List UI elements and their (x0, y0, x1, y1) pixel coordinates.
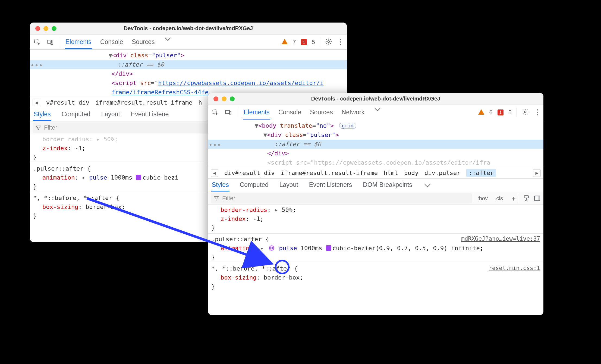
warnings-icon[interactable] (281, 39, 288, 46)
breadcrumb-item[interactable]: div#result_div (224, 170, 275, 176)
more-menu-icon[interactable]: ⋮ (534, 108, 541, 117)
close-window-button[interactable] (35, 26, 40, 31)
minimize-window-button[interactable] (222, 96, 226, 101)
rule-selector-universal[interactable]: *, *::before, *::after { (33, 194, 119, 201)
devtools-window-2: DevTools - codepen.io/web-dot-dev/live/m… (208, 93, 543, 315)
dom-close-div[interactable]: </div> (267, 150, 289, 157)
dom-tree[interactable]: ▼<body translate="no"> grid ▼<div class=… (208, 120, 543, 167)
breadcrumb-prev-icon[interactable]: ◀ (211, 169, 218, 177)
breadcrumb-next-icon[interactable]: ▶ (533, 169, 541, 177)
breadcrumb-item[interactable]: html (384, 170, 398, 176)
subtab-layout[interactable]: Layout (279, 179, 299, 192)
tab-console[interactable]: Console (278, 105, 302, 120)
styles-pane[interactable]: border-radius: ▸ 50%; z-index: -1; } mdR… (208, 205, 543, 293)
dom-close-div[interactable]: </div> (111, 70, 133, 77)
titlebar[interactable]: DevTools - codepen.io/web-dot-dev/live/m… (30, 23, 347, 34)
dom-script-tag[interactable]: <script (111, 80, 140, 86)
animation-name-link[interactable]: pulse (279, 245, 297, 252)
styles-format-icon[interactable] (523, 195, 530, 202)
rule-selector-pulser-after[interactable]: .pulser::after { (211, 236, 269, 243)
dom-open-div[interactable]: <div (267, 131, 285, 138)
subtab-styles[interactable]: Styles (33, 108, 51, 121)
device-toolbar-icon[interactable] (46, 37, 55, 47)
dom-selected-after[interactable]: ••• ::after == $0 (208, 140, 543, 149)
more-menu-icon[interactable]: ⋮ (337, 38, 344, 46)
dom-selected-after[interactable]: ••• ::after == $0 (30, 60, 347, 69)
panel-tabs: Elements Console Sources Network (243, 105, 382, 120)
tab-network[interactable]: Network (341, 105, 365, 120)
subtabs-overflow-icon[interactable] (423, 181, 432, 189)
breadcrumb-item-trunc[interactable]: h (199, 99, 202, 106)
dom-script-url-cont[interactable]: frame/iframeRefreshCSS-44fe (111, 89, 209, 96)
titlebar[interactable]: DevTools - codepen.io/web-dot-dev/live/m… (208, 93, 543, 105)
tab-elements[interactable]: Elements (243, 105, 270, 120)
subtab-computed[interactable]: Computed (61, 108, 91, 121)
bezier-swatch-icon[interactable] (136, 175, 141, 180)
filter-placeholder: Filter (44, 124, 57, 131)
errors-count: 5 (312, 39, 315, 46)
subtab-dom-breakpoints[interactable]: DOM Breakpoints (362, 179, 413, 192)
settings-gear-icon[interactable] (325, 38, 332, 46)
tabs-overflow-icon[interactable] (373, 105, 382, 120)
subtab-event-listeners[interactable]: Event Listene (130, 108, 169, 121)
errors-icon[interactable]: i (498, 109, 504, 115)
rule-source-link[interactable]: reset.min.css:1 (489, 264, 540, 273)
settings-gear-icon[interactable] (522, 108, 529, 117)
dom-script-cut: <script src="https://cpwebassets.codepen… (267, 159, 490, 166)
tab-sources[interactable]: Sources (131, 35, 155, 49)
cls-button[interactable]: .cls (493, 195, 505, 202)
device-toolbar-icon[interactable] (224, 108, 233, 117)
styles-subtabs: Styles Computed Layout Event Listeners D… (208, 179, 543, 192)
subtab-styles[interactable]: Styles (211, 179, 229, 192)
styles-filter-bar: Filter :hov .cls ＋ (208, 192, 543, 205)
gutter-menu-icon[interactable]: ••• (209, 141, 221, 150)
breadcrumb-item[interactable]: v#result_div (46, 99, 89, 106)
bezier-swatch-icon[interactable] (326, 245, 331, 251)
animation-inspector-icon[interactable] (268, 245, 275, 251)
tab-sources[interactable]: Sources (309, 105, 333, 120)
breadcrumb-prev-icon[interactable]: ◀ (33, 99, 40, 106)
animation-name-link[interactable]: pulse (89, 174, 107, 181)
grid-badge[interactable]: grid (339, 123, 356, 129)
zoom-window-button[interactable] (230, 96, 235, 101)
breadcrumb-selected[interactable]: ::after (466, 169, 496, 177)
subtab-event-listeners[interactable]: Event Listeners (309, 179, 353, 192)
subtab-computed[interactable]: Computed (239, 179, 269, 192)
dom-breadcrumb[interactable]: ◀ div#result_div iframe#result.result-if… (208, 167, 543, 179)
window-title: DevTools - codepen.io/web-dot-dev/live/m… (30, 25, 347, 32)
breadcrumb-item[interactable]: iframe#result.result-iframe (95, 99, 193, 106)
shorthand-expand-icon[interactable]: ▸ (275, 206, 282, 213)
dom-open-div[interactable]: <div (112, 52, 130, 59)
svg-point-12 (271, 247, 273, 249)
dom-open-body[interactable]: <body (258, 122, 280, 129)
close-window-button[interactable] (213, 96, 218, 101)
inspect-element-icon[interactable] (33, 37, 42, 47)
filter-icon (213, 195, 219, 201)
inspect-element-icon[interactable] (211, 108, 220, 117)
tabs-overflow-icon[interactable] (163, 35, 173, 49)
tab-elements[interactable]: Elements (65, 35, 92, 49)
gutter-menu-icon[interactable]: ••• (30, 61, 43, 71)
zoom-window-button[interactable] (52, 26, 56, 31)
breadcrumb-item[interactable]: iframe#result.result-iframe (281, 170, 378, 176)
rule-selector-universal[interactable]: *, *::before, *::after { (211, 265, 298, 272)
rule-selector-pulser-after[interactable]: .pulser::after { (33, 165, 91, 172)
computed-panel-toggle-icon[interactable] (534, 195, 541, 202)
hov-button[interactable]: :hov (476, 195, 489, 202)
svg-point-11 (269, 246, 274, 250)
svg-point-7 (524, 111, 526, 113)
tab-console[interactable]: Console (100, 35, 124, 49)
warnings-icon[interactable] (478, 109, 484, 116)
rule-source-link[interactable]: mdRXGeJ?ano…iew=live:37 (461, 235, 540, 243)
shorthand-expand-icon[interactable]: ▸ (82, 174, 86, 181)
dom-script-url[interactable]: https://cpwebassets.codepen.io/assets/ed… (158, 80, 323, 86)
breadcrumb-item[interactable]: div.pulser (424, 170, 460, 176)
breadcrumb-item[interactable]: body (404, 170, 419, 176)
errors-icon[interactable]: i (301, 39, 307, 45)
dom-tree[interactable]: ▼<div class="pulser"> ••• ::after == $0 … (30, 50, 347, 97)
minimize-window-button[interactable] (43, 26, 48, 31)
new-style-rule-button[interactable]: ＋ (508, 194, 519, 203)
subtab-layout[interactable]: Layout (101, 108, 121, 121)
styles-filter-input[interactable]: Filter (211, 193, 472, 203)
shorthand-expand-icon[interactable]: ▸ (260, 245, 264, 252)
